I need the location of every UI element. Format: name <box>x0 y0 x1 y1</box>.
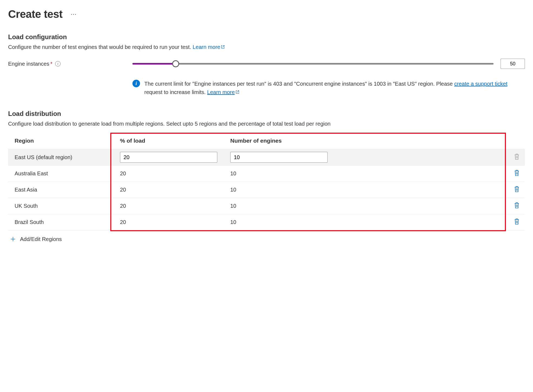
engines-cell <box>224 149 507 166</box>
delete-region-button[interactable] <box>514 169 520 176</box>
delete-region-button[interactable] <box>514 202 520 209</box>
column-header-region: Region <box>8 133 114 149</box>
delete-region-button[interactable] <box>514 218 520 225</box>
delete-cell <box>507 166 525 182</box>
region-cell: UK South <box>8 198 114 214</box>
load-distribution-title: Load distribution <box>8 110 525 118</box>
delete-region-button <box>514 153 520 160</box>
engine-instances-label-text: Engine instances <box>8 61 49 67</box>
column-header-load: % of load <box>114 133 224 149</box>
engines-cell: 10 <box>224 198 507 214</box>
engines-cell: 10 <box>224 166 507 182</box>
engine-instances-slider[interactable] <box>132 60 494 68</box>
delete-region-button[interactable] <box>514 186 520 193</box>
region-cell: East US (default region) <box>8 149 114 166</box>
info-icon[interactable]: i <box>55 61 61 66</box>
info-icon: i <box>132 80 140 87</box>
info-text-part2: request to increase limits. <box>144 89 207 95</box>
delete-cell <box>507 182 525 198</box>
external-link-icon <box>221 43 225 51</box>
slider-track <box>132 63 494 65</box>
add-edit-regions-label: Add/Edit Regions <box>20 236 62 242</box>
page-title: Create test <box>8 8 62 20</box>
learn-more-limits-label: Learn more <box>207 89 235 95</box>
required-indicator: * <box>50 61 52 67</box>
learn-more-label: Learn more <box>193 44 220 50</box>
engines-count-input[interactable] <box>230 152 328 163</box>
delete-cell <box>507 214 525 230</box>
slider-thumb[interactable] <box>172 60 179 67</box>
load-cell: 20 <box>114 182 224 198</box>
learn-more-limits-link[interactable]: Learn more <box>207 89 239 95</box>
load-distribution-table: Region % of load Number of engines East … <box>8 133 525 230</box>
table-row: Brazil South2010 <box>8 214 525 230</box>
learn-more-link[interactable]: Learn more <box>193 44 225 50</box>
engine-instances-input[interactable] <box>501 59 525 69</box>
load-distribution-description: Configure load distribution to generate … <box>8 120 525 128</box>
delete-cell <box>507 149 525 166</box>
engines-cell: 10 <box>224 214 507 230</box>
engine-limit-info: The current limit for "Engine instances … <box>144 80 525 96</box>
table-row: Australia East2010 <box>8 166 525 182</box>
load-config-title: Load configuration <box>8 33 525 41</box>
table-row: East Asia2010 <box>8 182 525 198</box>
engines-cell: 10 <box>224 182 507 198</box>
table-row: UK South2010 <box>8 198 525 214</box>
load-config-description-text: Configure the number of test engines tha… <box>8 44 191 50</box>
table-row: East US (default region) <box>8 149 525 166</box>
column-header-engines: Number of engines <box>224 133 507 149</box>
slider-fill <box>132 63 176 65</box>
load-cell: 20 <box>114 214 224 230</box>
info-text-part1: The current limit for "Engine instances … <box>144 81 454 87</box>
engine-instances-label: Engine instances * i <box>8 61 132 67</box>
region-cell: Australia East <box>8 166 114 182</box>
create-support-ticket-link[interactable]: create a support ticket <box>454 81 508 87</box>
external-link-icon <box>235 88 239 96</box>
add-edit-regions-button[interactable]: Add/Edit Regions <box>8 230 525 244</box>
region-cell: East Asia <box>8 182 114 198</box>
load-cell: 20 <box>114 198 224 214</box>
load-config-description: Configure the number of test engines tha… <box>8 43 525 51</box>
delete-cell <box>507 198 525 214</box>
region-cell: Brazil South <box>8 214 114 230</box>
plus-icon <box>10 236 16 242</box>
load-cell: 20 <box>114 166 224 182</box>
load-percent-input[interactable] <box>120 152 217 163</box>
load-cell <box>114 149 224 166</box>
more-actions-icon[interactable]: ⋯ <box>71 11 77 18</box>
